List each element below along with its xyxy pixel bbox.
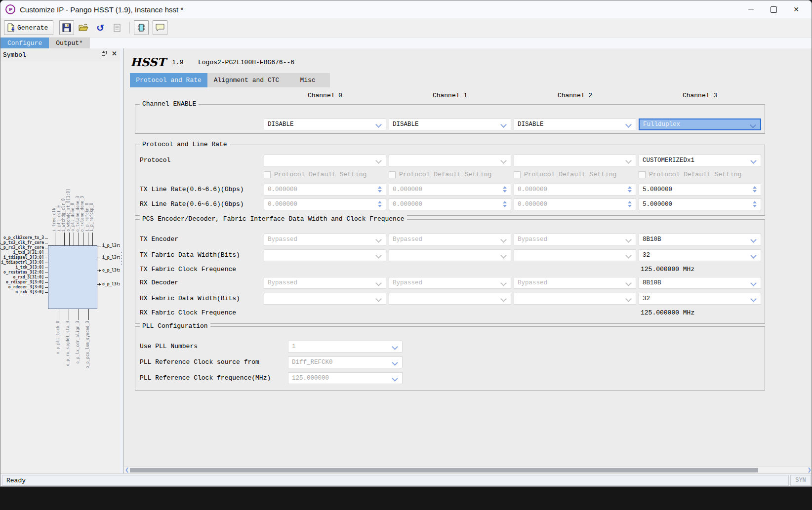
tx-encoder-select-ch3[interactable]: 8B10B [639,234,761,245]
pll-numbers-select[interactable]: 1 [288,341,403,353]
channel-enable-select-ch2[interactable]: DISABLE [514,118,636,130]
chevron-down-icon [375,280,382,286]
tx-width-select-ch2[interactable] [514,249,636,261]
close-button[interactable]: ✕ [785,0,808,18]
minimize-button[interactable] [739,0,762,18]
protocol-select-ch3[interactable]: CUSTOMERIZEDx1 [639,155,761,166]
undo-button[interactable]: ↻ [93,20,108,35]
spinner-arrows-icon[interactable] [378,201,382,207]
rx-line-rate-spin-ch2[interactable]: 0.000000 [514,198,636,210]
float-panel-icon[interactable] [102,51,108,57]
speech-bubble-icon [155,23,165,32]
spinner-arrows-icon[interactable] [753,201,757,207]
pin-label: o_pll_done_0 [71,203,75,232]
scrollbar-thumb[interactable] [130,468,758,472]
rx-line-rate-spin-ch0[interactable]: 0.000000 [264,198,386,210]
rx-decoder-select-ch1[interactable]: Bypassed [389,277,511,289]
spinner-arrows-icon[interactable] [753,186,757,193]
app-icon-text: IP [9,7,12,12]
channel-enable-select-ch0[interactable]: DISABLE [264,118,386,130]
channel-enable-select-ch3[interactable]: Fullduplex [639,118,761,130]
report-button[interactable] [110,20,124,35]
tx-width-select-ch0[interactable] [264,249,386,261]
rx-width-select-ch2[interactable] [514,293,636,305]
generate-label: Generate [17,24,48,32]
tx-encoder-select-ch0[interactable]: Bypassed [264,234,386,245]
scroll-right-icon[interactable]: ❯ [808,467,812,472]
channel-enable-select-ch1[interactable]: DISABLE [389,118,511,130]
value: Bypassed [518,279,547,286]
spinner-arrows-icon[interactable] [503,201,507,207]
tx-clock-label: TX Fabric Clock Frequence [140,266,236,273]
protocol-select-ch2[interactable] [514,155,636,166]
horizontal-scrollbar[interactable]: ❮ ❯ [124,467,812,473]
pll-numbers-label: Use PLL Numbers [140,343,198,350]
panel-splitter[interactable] [120,48,123,473]
protocol-select-ch1[interactable] [389,155,511,166]
pll-source-select[interactable]: Diff_REFCK0 [288,356,403,368]
tx-encoder-select-ch1[interactable]: Bypassed [389,234,511,245]
pin-label: i_p_refckn_0 [85,203,89,232]
protocol-select-ch0[interactable] [264,155,386,166]
protocol-default-checkbox-ch2[interactable]: Protocol Default Setting [514,171,616,178]
value: Bypassed [268,236,297,243]
pin-label: o_txlane_done_3 [76,196,80,232]
spinner-arrows-icon[interactable] [628,201,632,207]
tab-misc[interactable]: Misc [285,73,330,87]
rx-decoder-select-ch3[interactable]: 8B10B [639,277,761,289]
close-panel-icon[interactable]: ✕ [112,51,117,57]
save-button[interactable] [59,20,74,35]
spinner-arrows-icon[interactable] [503,186,507,193]
customize-ip-window: IP Customize IP - Pango HSST (1.9), Inst… [0,0,812,487]
pin-stem [45,253,48,253]
pin-label: o_p_rx_sigdet_sta_3 [66,321,70,366]
tab-alignment-and-ctc[interactable]: Alignment and CTC [207,73,285,87]
symbol-view-button[interactable] [134,20,149,35]
value: 0.000000 [393,186,422,193]
pin-label: o_rxd_3[31:0] [13,275,44,279]
maximize-button[interactable] [762,0,785,18]
spinner-arrows-icon[interactable] [628,186,632,193]
rx-width-select-ch1[interactable] [389,293,511,305]
tx-line-rate-spin-ch3[interactable]: 5.000000 [639,184,761,196]
rx-line-rate-spin-ch1[interactable]: 0.000000 [389,198,511,210]
tx-encoder-select-ch2[interactable]: Bypassed [514,234,636,245]
value: 5.000000 [643,186,672,193]
chevron-down-icon [750,157,757,164]
chevron-down-icon [750,122,756,128]
protocol-default-checkbox-ch1[interactable]: Protocol Default Setting [389,171,491,178]
tx-line-rate-spin-ch2[interactable]: 0.000000 [514,184,636,196]
chevron-down-icon [750,236,757,243]
protocol-default-checkbox-ch3[interactable]: Protocol Default Setting [639,171,741,178]
checkbox-label: Protocol Default Setting [399,171,491,178]
value: 0.000000 [268,201,297,208]
protocol-default-checkbox-ch0[interactable]: Protocol Default Setting [264,171,366,178]
chevron-down-icon [750,296,757,302]
chevron-down-icon [500,236,507,243]
scroll-left-icon[interactable]: ❮ [125,467,129,472]
generate-button[interactable]: Generate [4,20,53,35]
rx-decoder-select-ch0[interactable]: Bypassed [264,277,386,289]
open-button[interactable] [76,20,91,35]
toolbar-separator [129,22,130,34]
rx-width-select-ch3[interactable]: 32 [639,293,761,305]
pin-label: o_wtchdg_st_0[1:0] [66,189,71,232]
rx-width-label: RX Fabric Data Width(Bits) [140,295,240,302]
value: 8B10B [643,279,661,286]
tab-output[interactable]: Output* [49,38,90,49]
pin-label: i_p_l3rxp [102,255,120,260]
rx-width-select-ch0[interactable] [264,293,386,305]
rx-decoder-select-ch2[interactable]: Bypassed [514,277,636,289]
tx-line-rate-spin-ch1[interactable]: 0.000000 [389,184,511,196]
tab-configure[interactable]: Configure [0,38,49,49]
value: Bypassed [268,279,297,286]
tx-width-select-ch1[interactable] [389,249,511,261]
comment-button[interactable] [153,20,167,35]
rx-line-rate-spin-ch3[interactable]: 5.000000 [639,198,761,210]
chevron-down-icon [392,344,398,350]
spinner-arrows-icon[interactable] [378,186,382,193]
tx-line-rate-spin-ch0[interactable]: 0.000000 [264,184,386,196]
tab-protocol-and-rate[interactable]: Protocol and Rate [130,73,207,87]
pll-frequence-select[interactable]: 125.000000 [288,372,403,384]
tx-width-select-ch3[interactable]: 32 [639,249,761,261]
